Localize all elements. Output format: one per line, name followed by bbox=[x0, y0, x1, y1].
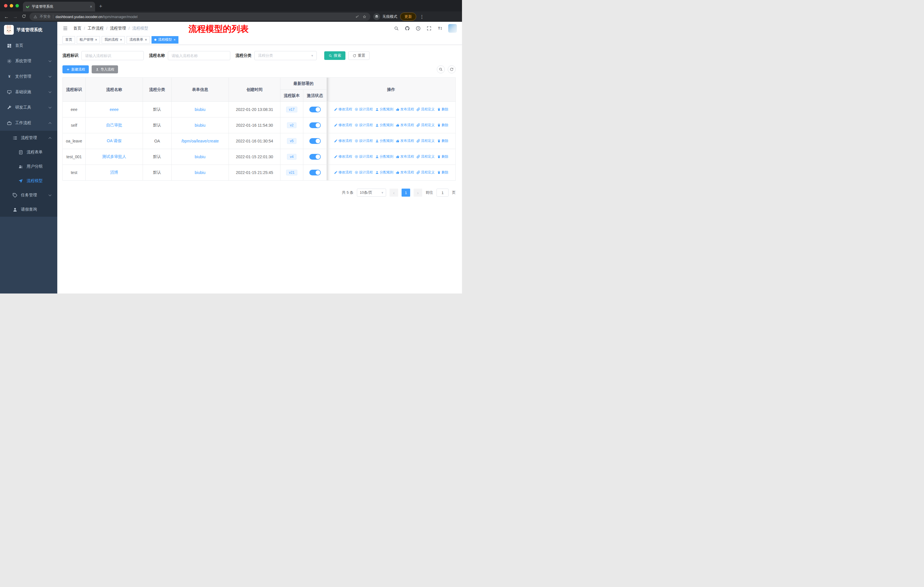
edit-process-link[interactable]: 修改流程 bbox=[334, 154, 352, 159]
sidebar-item-process-model[interactable]: 流程模型 bbox=[0, 174, 57, 188]
process-definition-link[interactable]: 流程定义 bbox=[416, 154, 435, 159]
assign-rule-link[interactable]: 分配规则 bbox=[375, 170, 394, 175]
refresh-table-button[interactable] bbox=[448, 65, 456, 73]
tag-process-form[interactable]: 流程表单 × bbox=[127, 36, 150, 43]
assign-rule-link[interactable]: 分配规则 bbox=[375, 123, 394, 127]
process-name-link[interactable]: 测试多审批人 bbox=[102, 154, 126, 159]
new-tab-button[interactable]: + bbox=[99, 3, 102, 10]
goto-page-input[interactable] bbox=[437, 189, 449, 197]
sidebar-item-process-mgmt[interactable]: 流程管理 bbox=[0, 131, 57, 145]
sidebar-item-user-group[interactable]: 用户分组 bbox=[0, 159, 57, 174]
import-process-button[interactable]: 导入流程 bbox=[92, 65, 118, 73]
hamburger-icon[interactable] bbox=[63, 25, 68, 31]
process-name-link[interactable]: eeee bbox=[110, 107, 119, 112]
edit-process-link[interactable]: 修改流程 bbox=[334, 107, 352, 112]
sidebar-item-home[interactable]: 首页 bbox=[0, 38, 57, 53]
tab-close-icon[interactable]: × bbox=[90, 4, 92, 9]
design-process-link[interactable]: 设计流程 bbox=[355, 123, 373, 127]
edit-process-link[interactable]: 修改流程 bbox=[334, 123, 352, 127]
prev-page-button[interactable]: ‹ bbox=[389, 189, 398, 197]
form-info-link[interactable]: biubiu bbox=[195, 123, 205, 127]
window-zoom-button[interactable] bbox=[15, 4, 19, 7]
window-close-button[interactable] bbox=[4, 4, 7, 7]
breadcrumb-workflow[interactable]: 工作流程 bbox=[87, 26, 104, 31]
process-name-link[interactable]: 滔博 bbox=[110, 170, 118, 175]
sidebar-item-system[interactable]: 系统管理 bbox=[0, 53, 57, 69]
tag-tenant[interactable]: 租户管理 × bbox=[77, 36, 100, 43]
publish-process-link[interactable]: 发布流程 bbox=[396, 123, 414, 127]
publish-process-link[interactable]: 发布流程 bbox=[396, 154, 414, 159]
font-size-icon[interactable] bbox=[437, 26, 442, 31]
page-size-select[interactable]: 10条/页 ▾ bbox=[357, 189, 386, 197]
publish-process-link[interactable]: 发布流程 bbox=[396, 107, 414, 112]
category-select[interactable]: 流程分类 ▾ bbox=[254, 51, 317, 60]
search-button[interactable]: 搜索 bbox=[324, 51, 345, 60]
delete-process-link[interactable]: 删除 bbox=[437, 154, 449, 159]
process-definition-link[interactable]: 流程定义 bbox=[416, 139, 435, 143]
breadcrumb-process-mgmt[interactable]: 流程管理 bbox=[110, 26, 126, 31]
fullscreen-icon[interactable] bbox=[426, 26, 432, 31]
form-info-link[interactable]: /bpm/oa/leave/create bbox=[181, 139, 219, 143]
tag-close-icon[interactable]: × bbox=[95, 38, 97, 42]
assign-rule-link[interactable]: 分配规则 bbox=[375, 154, 394, 159]
breadcrumb-home[interactable]: 首页 bbox=[73, 26, 81, 31]
active-toggle[interactable] bbox=[309, 122, 321, 128]
design-process-link[interactable]: 设计流程 bbox=[355, 139, 373, 143]
next-page-button[interactable]: › bbox=[414, 189, 422, 197]
delete-process-link[interactable]: 删除 bbox=[437, 123, 449, 127]
form-info-link[interactable]: biubiu bbox=[195, 107, 205, 112]
active-toggle[interactable] bbox=[309, 107, 321, 112]
process-name-link[interactable]: 自己审批 bbox=[106, 123, 122, 127]
sidebar-item-pay[interactable]: 支付管理 bbox=[0, 69, 57, 84]
toggle-search-button[interactable] bbox=[437, 65, 445, 73]
design-process-link[interactable]: 设计流程 bbox=[355, 154, 373, 159]
process-key-input[interactable] bbox=[81, 51, 144, 60]
sidebar-item-process-form[interactable]: 流程表单 bbox=[0, 145, 57, 159]
user-avatar[interactable] bbox=[448, 24, 457, 33]
sidebar-item-devtools[interactable]: 研发工具 bbox=[0, 100, 57, 115]
current-page[interactable]: 1 bbox=[402, 189, 410, 197]
window-minimize-button[interactable] bbox=[10, 4, 13, 7]
sidebar-item-infra[interactable]: 基础设施 bbox=[0, 84, 57, 100]
process-definition-link[interactable]: 流程定义 bbox=[416, 170, 435, 175]
design-process-link[interactable]: 设计流程 bbox=[355, 107, 373, 112]
chrome-update-button[interactable]: 更新 bbox=[400, 13, 416, 21]
active-toggle[interactable] bbox=[309, 138, 321, 144]
active-toggle[interactable] bbox=[309, 154, 321, 160]
publish-process-link[interactable]: 发布流程 bbox=[396, 139, 414, 143]
app-logo[interactable]: 芋道管理系统 bbox=[0, 22, 57, 38]
back-button[interactable]: ← bbox=[3, 14, 10, 19]
form-info-link[interactable]: biubiu bbox=[195, 154, 205, 159]
help-icon[interactable] bbox=[416, 26, 421, 31]
reload-button[interactable] bbox=[21, 14, 26, 19]
delete-process-link[interactable]: 删除 bbox=[437, 139, 449, 143]
assign-rule-link[interactable]: 分配规则 bbox=[375, 107, 394, 112]
tag-process-model[interactable]: 流程模型 × bbox=[152, 36, 178, 43]
edit-process-link[interactable]: 修改流程 bbox=[334, 170, 352, 175]
process-definition-link[interactable]: 流程定义 bbox=[416, 123, 435, 127]
browser-menu-icon[interactable]: ⋮ bbox=[419, 14, 425, 20]
browser-tab[interactable]: 芋道管理系统 × bbox=[23, 2, 95, 12]
password-key-icon[interactable] bbox=[355, 15, 359, 19]
bookmark-star-icon[interactable] bbox=[363, 15, 366, 19]
github-icon[interactable] bbox=[405, 26, 410, 31]
tag-close-icon[interactable]: × bbox=[145, 38, 147, 42]
form-info-link[interactable]: biubiu bbox=[195, 170, 205, 175]
delete-process-link[interactable]: 删除 bbox=[437, 107, 449, 112]
tag-my-process[interactable]: 我的流程 × bbox=[102, 36, 125, 43]
process-name-input[interactable] bbox=[168, 51, 230, 60]
publish-process-link[interactable]: 发布流程 bbox=[396, 170, 414, 175]
sidebar-item-workflow[interactable]: 工作流程 bbox=[0, 115, 57, 131]
reset-button[interactable]: 重置 bbox=[348, 51, 370, 60]
sidebar-item-leave-query[interactable]: 请假查询 bbox=[0, 202, 57, 217]
tag-home[interactable]: 首页 bbox=[63, 36, 75, 43]
address-bar[interactable]: 不安全 dashboard.yudao.iocoder.cn/bpm/manag… bbox=[30, 13, 370, 21]
edit-process-link[interactable]: 修改流程 bbox=[334, 139, 352, 143]
tag-close-icon[interactable]: × bbox=[120, 38, 122, 42]
assign-rule-link[interactable]: 分配规则 bbox=[375, 139, 394, 143]
process-definition-link[interactable]: 流程定义 bbox=[416, 107, 435, 112]
forward-button[interactable]: → bbox=[12, 14, 18, 19]
process-name-link[interactable]: OA 请假 bbox=[107, 139, 121, 143]
delete-process-link[interactable]: 删除 bbox=[437, 170, 449, 175]
create-process-button[interactable]: 新建流程 bbox=[63, 65, 89, 73]
